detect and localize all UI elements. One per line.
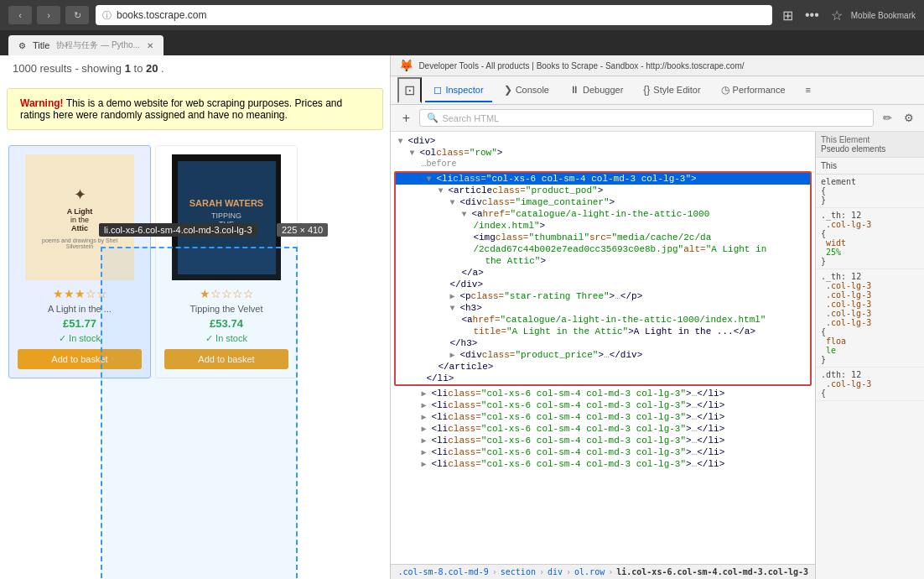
tree-line[interactable]: …before: [391, 159, 815, 170]
tab-title: Title: [33, 40, 49, 50]
tab-performance[interactable]: ◷ Performance: [713, 79, 794, 102]
expand-icon[interactable]: ▼: [397, 137, 407, 146]
tree-line[interactable]: </article>: [396, 361, 810, 373]
star-button[interactable]: ☆: [828, 6, 846, 25]
pseudo-elements-label: Pseudo elements: [821, 144, 885, 154]
tree-line[interactable]: ▼ <div class="image_container">: [396, 196, 810, 208]
attr-value: "col-xs-6 col-sm-4 col-md-3 col-lg-3": [486, 174, 691, 184]
expand-icon[interactable]: ▶: [449, 291, 459, 301]
breadcrumb-item[interactable]: div: [548, 567, 563, 576]
search-bar[interactable]: 🔍 Search HTML: [419, 109, 874, 127]
tree-line[interactable]: ▶ <li class="col-xs-6 col-sm-4 col-md-3 …: [391, 423, 815, 435]
expand-icon[interactable]: ▼: [438, 186, 448, 196]
console-label: Console: [516, 85, 549, 95]
add-node-button[interactable]: +: [397, 110, 414, 127]
tree-line[interactable]: ▶ <div class="product_price">…</div>: [396, 349, 810, 361]
breadcrumb-item[interactable]: section: [501, 567, 536, 576]
in-stock-status: In stock: [18, 333, 142, 344]
inspector-icon: ◻: [433, 84, 442, 96]
menu-button[interactable]: •••: [802, 6, 823, 24]
tab-pick-element[interactable]: ⊡: [397, 77, 422, 103]
tree-line[interactable]: ▶ <li class="col-xs-6 col-sm-4 col-md-3 …: [391, 399, 815, 411]
tab-subtitle: 协程与任务 — Pytho...: [56, 39, 139, 51]
selection-label: li.col-xs-6.col-sm-4.col-md-3.col-lg-3: [99, 223, 257, 237]
pseudo-section: ._th: 12 .col-lg-3 .col-lg-3 .col-lg-3 .…: [816, 269, 924, 368]
reload-button[interactable]: ↻: [65, 6, 89, 24]
tree-line[interactable]: ▶ <li class="col-xs-6 col-sm-4 col-md-3 …: [391, 411, 815, 423]
expand-icon[interactable]: ▶: [421, 424, 431, 434]
results-text: 1000 results - showing: [13, 62, 125, 75]
tree-line[interactable]: ▼ <article class="product_pod">: [396, 185, 810, 196]
tree-line[interactable]: </li>: [396, 373, 810, 384]
inspector-label: Inspector: [445, 85, 483, 95]
tree-line[interactable]: </a>: [396, 267, 810, 279]
style-rule: 25%: [821, 248, 919, 257]
search-placeholder: Search HTML: [442, 113, 499, 123]
tree-line[interactable]: <a href="catalogue/a-light-in-the-attic-…: [396, 314, 810, 326]
style-editor-label: Style Editor: [653, 85, 700, 95]
add-to-basket-button[interactable]: Add to basket: [164, 349, 288, 369]
tab-console[interactable]: ❯ Console: [496, 79, 558, 102]
style-selector: element: [821, 177, 856, 186]
style-rule: .col-lg-3: [821, 220, 919, 229]
expand-icon[interactable]: ▼: [461, 210, 471, 219]
url-text: books.toscrape.com: [117, 9, 206, 21]
tree-line[interactable]: </div>: [396, 279, 810, 290]
back-button[interactable]: ‹: [8, 6, 32, 24]
extensions-button[interactable]: ⊞: [779, 6, 797, 25]
this-label: This: [816, 158, 924, 175]
star-rating: ★☆☆☆☆: [164, 287, 288, 300]
tab-inspector[interactable]: ◻ Inspector: [425, 79, 491, 102]
expand-icon[interactable]: ▶: [421, 389, 431, 399]
tree-line[interactable]: ▼ <h3>: [396, 302, 810, 314]
expand-icon[interactable]: ▶: [421, 447, 431, 457]
warning-strong: Warning!: [20, 97, 64, 109]
expand-icon[interactable]: ▶: [421, 412, 431, 422]
expand-icon[interactable]: ▼: [449, 198, 459, 207]
breadcrumb-item[interactable]: .col-sm-8.col-md-9: [397, 567, 488, 576]
devtools-panel: 🦊 Developer Tools - All products | Books…: [390, 55, 924, 579]
tree-line[interactable]: ▶ <li class="col-xs-6 col-sm-4 col-md-3 …: [391, 446, 815, 458]
attr-name: class=: [436, 148, 470, 158]
tree-line[interactable]: <img class="thumbnail" src="media/cache/…: [396, 232, 810, 243]
breadcrumb-separator: ›: [539, 567, 544, 576]
expand-icon[interactable]: ▼: [426, 175, 436, 184]
filter-button[interactable]: ⚙: [901, 110, 917, 127]
tree-line: /index.html">: [396, 220, 810, 232]
expand-icon[interactable]: ▶: [421, 436, 431, 446]
bookmark-label: Mobile Bookmark: [851, 11, 916, 20]
tree-line[interactable]: ▼ <a href="catalogue/a-light-in-the-atti…: [396, 208, 810, 220]
breadcrumb-item[interactable]: ol.row: [574, 567, 605, 576]
html-tree[interactable]: ▼ <div> ▼ <ol class="row"> …before: [391, 132, 815, 564]
address-bar[interactable]: ⓘ books.toscrape.com: [96, 5, 772, 25]
results-info: 1000 results - showing 1 to 20 .: [0, 55, 390, 81]
tab-close-button[interactable]: ✕: [147, 41, 153, 50]
browser-tab[interactable]: ⚙ Title 协程与任务 — Pytho... ✕: [8, 35, 164, 55]
expand-icon[interactable]: ▶: [449, 350, 459, 360]
tree-line[interactable]: ▶ <li class="col-xs-6 col-sm-4 col-md-3 …: [391, 458, 815, 470]
expand-icon[interactable]: ▶: [421, 400, 431, 410]
tree-line[interactable]: ▼ <ol class="row">: [391, 147, 815, 159]
selected-tree-line[interactable]: ▼ <li class="col-xs-6 col-sm-4 col-md-3 …: [396, 173, 810, 185]
add-to-basket-button[interactable]: Add to basket: [18, 349, 142, 369]
tree-line[interactable]: ▶ <li class="col-xs-6 col-sm-4 col-md-3 …: [391, 435, 815, 446]
tree-line[interactable]: ▼ <div>: [391, 135, 815, 147]
tree-line[interactable]: </h3>: [396, 337, 810, 349]
edit-html-button[interactable]: ✏: [879, 110, 895, 127]
tree-line[interactable]: ▶ <li class="col-xs-6 col-sm-4 col-md-3 …: [391, 388, 815, 399]
html-tag: <li: [436, 174, 453, 184]
forward-button[interactable]: ›: [37, 6, 60, 24]
tab-style-editor[interactable]: {} Style Editor: [635, 79, 709, 102]
tab-more[interactable]: ≡: [797, 80, 819, 102]
book-title: Tipping the Velvet: [164, 304, 288, 314]
size-badge: 225 × 410: [277, 223, 328, 237]
html-tag: <ol: [419, 148, 436, 158]
in-stock-status: In stock: [164, 333, 288, 344]
expand-icon[interactable]: ▼: [449, 304, 459, 313]
expand-icon[interactable]: ▼: [409, 149, 419, 158]
tree-line[interactable]: ▶ <p class="star-rating Three">…</p>: [396, 290, 810, 302]
more-icon: ≡: [806, 85, 811, 95]
style-brace: {: [821, 186, 919, 196]
expand-icon[interactable]: ▶: [421, 459, 431, 469]
tab-debugger[interactable]: ⏸ Debugger: [561, 79, 631, 102]
